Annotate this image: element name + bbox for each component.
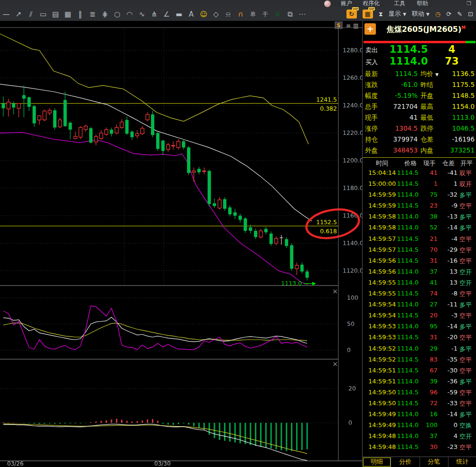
tape-row[interactable]: 14:59:591114.075-32多平	[363, 190, 476, 200]
tape-open-close-flag: 空平	[459, 235, 472, 244]
add-contract-button[interactable]: +	[364, 23, 376, 35]
menu-account[interactable]: 账户	[341, 0, 352, 7]
tape-open-close-flag: 多平	[459, 224, 472, 232]
tape-row[interactable]: 14:59:541114.027-11多平	[363, 299, 476, 310]
more-tools[interactable]: ⋯	[296, 8, 308, 21]
circle-tool[interactable]: ○	[111, 8, 123, 21]
tape-row[interactable]: 14:59:591114.523-9空平	[363, 200, 476, 211]
alert-bell-tool[interactable]: ⍾	[222, 8, 234, 21]
detail-value: -16196	[437, 135, 475, 143]
bid-price: 1114.0	[383, 56, 435, 67]
magnet-tool[interactable]: ∩	[234, 8, 247, 21]
bid-row[interactable]: 买入 1114.0 73	[363, 57, 476, 68]
svg-text:03/26: 03/26	[7, 460, 24, 467]
tape-row[interactable]: 14:59:511114.567-30空平	[363, 365, 476, 376]
tape-row[interactable]: 14:59:501114.596-59空平	[363, 387, 476, 398]
arrow-line-tool[interactable]: ↗	[12, 8, 25, 21]
angle-line-tool[interactable]: ∠	[160, 8, 173, 21]
vip-replay-button[interactable]: ↻VIP	[346, 8, 357, 21]
tape-row[interactable]: 14:59:581114.038-13多平	[363, 211, 476, 222]
gann-fan-tool[interactable]: ⋔	[148, 8, 160, 21]
tab-统计[interactable]: 统计	[448, 457, 476, 467]
position-line-tool[interactable]: 干	[259, 8, 271, 21]
user-avatar[interactable]	[324, 0, 331, 7]
window-restore-icon[interactable]: ❐	[467, 0, 471, 7]
eraser-tool[interactable]: ◇	[210, 8, 222, 21]
tape-row[interactable]: 14:59:531114.531-20空平	[363, 332, 476, 343]
tab-明细[interactable]: 明细	[363, 457, 391, 467]
tape-row[interactable]: 15:04:141114.541-41双平	[363, 168, 476, 179]
tape-row[interactable]: 14:59:561114.03713空开	[363, 267, 476, 277]
tape-open-close-flag: 多平	[459, 301, 472, 309]
svg-text:0.618: 0.618	[320, 228, 337, 235]
link-menu-button[interactable]: 联动 ▼	[412, 7, 429, 21]
menu-tools[interactable]: 工具	[394, 0, 405, 7]
fib-box-tool[interactable]: ▦	[62, 8, 74, 21]
tape-oi-change: -8	[439, 290, 457, 297]
tape-price: 1114.0	[390, 345, 419, 352]
tape-price: 1114.5	[390, 290, 419, 297]
tape-row[interactable]: 14:59:551114.574-8空平	[363, 288, 476, 299]
tape-row[interactable]: 15:00:001114.511双开	[363, 179, 476, 190]
detail-label: 最高	[420, 103, 433, 111]
tape-row[interactable]: 14:59:491114.016-14多平	[363, 409, 476, 420]
tape-row[interactable]: 14:59:571114.521-4空平	[363, 234, 476, 245]
club-tool[interactable]: ♣	[271, 8, 284, 21]
menu-help[interactable]: 帮助	[417, 0, 428, 7]
tape-row[interactable]: 14:59:491114.01000空换	[363, 420, 476, 431]
tape-row[interactable]: 14:59:521114.029-1多平	[363, 343, 476, 354]
zigzag-tool[interactable]: ∿	[136, 8, 148, 21]
emoji-tool[interactable]: ☺	[197, 8, 210, 21]
screenshot-tool[interactable]: ⧉	[284, 8, 296, 21]
drawing-toolbar: —↗⫽▭▤▦‖≣⋕○◠∿⋔∠▬A☺◇⍾∩单干♣⧉⋯↻VIP▦VIP⧗显示 ▼联动…	[0, 7, 476, 21]
parallel-lines-tool[interactable]: ⫽	[25, 8, 37, 21]
chart-area[interactable]: 1280.01260.01240.01220.01200.01180.01160…	[0, 21, 362, 467]
tape-row[interactable]: 14:59:581114.052-14多平	[363, 222, 476, 233]
display-menu-button[interactable]: 显示 ▼	[389, 7, 406, 21]
order-ticket-tool[interactable]: 单	[247, 8, 259, 21]
tape-volume: 30	[420, 443, 438, 450]
tape-row[interactable]: 14:59:481114.530-23空平	[363, 442, 476, 453]
detail-label: 总手	[365, 103, 378, 111]
cycle-lines-tool[interactable]: ⋕	[99, 8, 111, 21]
tape-list[interactable]: 15:04:141114.541-41双平15:00:001114.511双开1…	[363, 168, 476, 453]
ask-row[interactable]: 卖出 1114.5 4	[363, 45, 476, 56]
tape-row[interactable]: 14:59:551114.04113空开	[363, 277, 476, 288]
vip-stats-button[interactable]: ▦VIP	[363, 8, 373, 21]
globe-button[interactable]: ⟳	[446, 8, 451, 21]
fullscreen-button[interactable]: ⊡	[468, 8, 473, 21]
pencil-button[interactable]: ✎	[457, 8, 462, 21]
tab-分笔[interactable]: 分笔	[420, 457, 448, 467]
tape-row[interactable]: 14:59:541114.520-3空平	[363, 310, 476, 321]
fib-vertical-tool[interactable]: ‖	[74, 8, 86, 21]
tape-row[interactable]: 14:59:501114.572-33空平	[363, 398, 476, 409]
tape-row[interactable]: 14:59:561114.531-16空平	[363, 256, 476, 267]
menu-program-trading[interactable]: 程序化	[363, 0, 380, 7]
tape-open-close-flag: 多平	[459, 410, 472, 419]
tape-col-oi: 仓差	[442, 159, 455, 168]
tape-row[interactable]: 14:59:521114.583-35空平	[363, 354, 476, 365]
detail-value: 1113.0	[437, 114, 475, 121]
detail-label: 开盘	[420, 92, 433, 100]
gann-box-tool[interactable]: ▤	[49, 8, 62, 21]
segment-tool[interactable]: —	[0, 8, 12, 21]
wave-count-tool[interactable]: ≣	[86, 8, 99, 21]
arc-tool[interactable]: ◠	[123, 8, 136, 21]
tape-row[interactable]: 14:59:531114.095-14多平	[363, 321, 476, 332]
tape-price: 1114.0	[390, 213, 419, 220]
chart-svg[interactable]: 1280.01260.01240.01220.01200.01180.01160…	[0, 21, 362, 467]
ruler-tool[interactable]: ▬	[173, 8, 185, 21]
tape-row[interactable]: 14:59:571114.570-29空平	[363, 245, 476, 256]
alarm-clock-button[interactable]: ◷	[435, 8, 440, 21]
rectangle-tool[interactable]: ▭	[37, 8, 49, 21]
panel-separator	[363, 157, 476, 158]
tape-row[interactable]: 14:59:511114.039-36多平	[363, 376, 476, 387]
tab-分价[interactable]: 分价	[391, 457, 420, 467]
tape-open-close-flag: 多平	[459, 191, 472, 200]
delay-quote-icon[interactable]: ⧗	[379, 8, 383, 21]
text-tool[interactable]: A	[185, 8, 197, 21]
tape-row[interactable]: 14:59:481114.0374空开	[363, 431, 476, 442]
contract-title[interactable]: 焦煤2605(JM2605)M	[380, 25, 473, 35]
ask-label: 卖出	[365, 46, 378, 55]
tape-volume: 16	[420, 410, 438, 418]
